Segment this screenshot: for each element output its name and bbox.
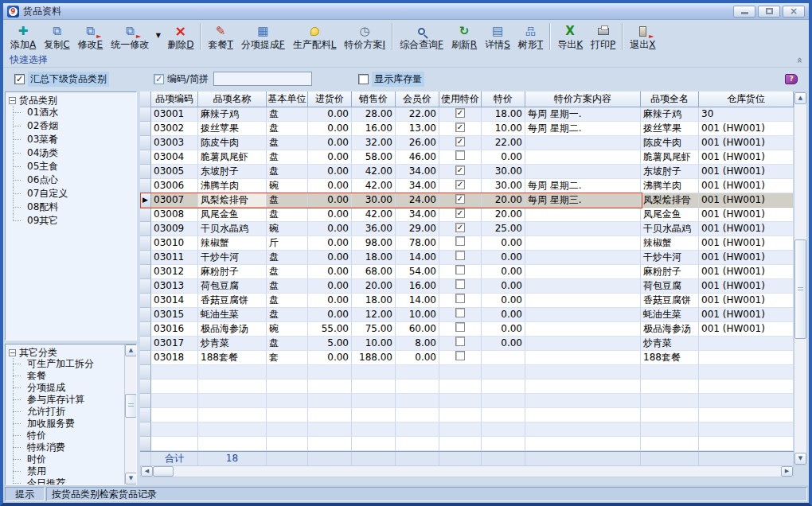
dropdown-arrow-icon[interactable]: ▼ — [153, 21, 163, 49]
other-tree-item[interactable]: 分项提成 — [6, 382, 136, 394]
table-row[interactable]: 03003陈皮牛肉盘0.0032.0026.00✓22.00陈皮牛肉001 (H… — [140, 136, 807, 150]
table-row[interactable]: 03018188套餐套0.00188.000.00188套餐 — [140, 351, 807, 365]
toolbar-comprehensive-query-button[interactable]: 综合查询F — [396, 21, 447, 52]
scroll-thumb[interactable] — [794, 239, 806, 339]
category-tree-item[interactable]: 01酒水 — [6, 106, 136, 119]
table-empty-row[interactable] — [140, 365, 807, 380]
unchecked-checkbox[interactable] — [455, 279, 465, 289]
summarize-checkbox[interactable]: ✓ — [14, 74, 25, 84]
table-row[interactable]: 03013荷包豆腐盘0.0020.0016.000.00荷包豆腐001 (HW0… — [140, 279, 807, 294]
table-row[interactable]: 03002拨丝苹果盘0.0016.0013.00✓10.00每周 星期二.拨丝苹… — [140, 122, 807, 136]
table-row[interactable]: 03016极品海参汤碗55.0075.0060.000.00极品海参汤001 (… — [140, 322, 807, 337]
minimize-button[interactable] — [733, 6, 755, 18]
toolbar-copy-button[interactable]: ⧉复制C — [40, 21, 73, 52]
column-header[interactable]: 销售价 — [352, 91, 396, 107]
column-header[interactable]: 进货价 — [308, 91, 352, 107]
other-tree-item[interactable]: 允许打折 — [6, 406, 136, 418]
other-tree-item[interactable]: 套餐 — [6, 370, 136, 382]
column-header[interactable]: 会员价 — [396, 91, 439, 107]
toolbar-print-button[interactable]: 打印P — [587, 21, 619, 52]
unchecked-checkbox[interactable] — [455, 265, 465, 274]
toolbar-batch-edit-button[interactable]: ⧉►统一修改 — [107, 21, 153, 52]
unchecked-checkbox[interactable] — [455, 351, 465, 360]
category-tree-item[interactable]: 09其它 — [6, 214, 136, 228]
unchecked-checkbox[interactable] — [455, 236, 465, 246]
column-header[interactable]: 品项编码 — [151, 91, 198, 107]
category-tree-item[interactable]: 04汤类 — [6, 146, 136, 160]
category-tree-root[interactable]: −货品类别 — [6, 92, 136, 106]
other-tree-item[interactable]: 特殊消费 — [6, 442, 136, 453]
other-tree-root[interactable]: −其它分类 — [6, 344, 136, 358]
close-button[interactable]: × — [783, 6, 805, 18]
table-empty-row[interactable] — [140, 437, 807, 451]
column-header[interactable]: 特价方案内容 — [525, 91, 641, 107]
scroll-thumb[interactable] — [153, 466, 174, 477]
show-stock-checkbox[interactable] — [358, 74, 369, 84]
table-row[interactable]: 03012麻粉肘子盘0.0068.0054.000.00麻粉肘子001 (HW0… — [140, 265, 807, 279]
scroll-up-icon[interactable]: ▲ — [125, 344, 137, 356]
toolbar-special-price-plan-button[interactable]: ◷特价方案I — [340, 21, 389, 52]
category-tree-item[interactable]: 05主食 — [6, 160, 136, 173]
category-tree-item[interactable]: 06点心 — [6, 173, 136, 187]
toolbar-combo-button[interactable]: ✎套餐T — [204, 21, 236, 52]
table-row[interactable]: 03010辣椒蟹斤0.0098.0078.000.00辣椒蟹001 (HW001… — [140, 236, 807, 251]
maximize-button[interactable] — [758, 6, 780, 18]
unchecked-checkbox[interactable] — [455, 150, 465, 160]
column-header[interactable]: 品项全名 — [641, 91, 699, 107]
unchecked-checkbox[interactable] — [455, 322, 465, 332]
table-row[interactable]: 03011干炒牛河盘0.0018.0014.000.00干炒牛河001 (HW0… — [140, 251, 807, 265]
collapse-toolbar-icon[interactable]: » — [794, 57, 806, 63]
other-tree-item[interactable]: 特价 — [6, 430, 136, 442]
category-tree-item[interactable]: 03菜肴 — [6, 133, 136, 146]
table-vertical-scrollbar[interactable]: ▲ ▼ — [794, 91, 807, 465]
table-row[interactable]: 03004脆薯凤尾虾盘0.0058.0046.000.00脆薯凤尾虾001 (H… — [140, 150, 807, 165]
toolbar-edit-button[interactable]: ⧉►修改E — [74, 21, 107, 52]
other-tree-item[interactable]: 今日推荐 — [6, 477, 136, 485]
code-pinyin-checkbox[interactable]: ✓ — [154, 74, 164, 84]
toolbar-refresh-button[interactable]: ↻刷新R — [447, 21, 481, 52]
toolbar-export-button[interactable]: X导出K — [553, 21, 587, 52]
table-horizontal-scrollbar[interactable]: ◀ ▶ — [140, 465, 794, 477]
table-row[interactable]: 03009干贝水晶鸡碗0.0036.0029.00✓25.00干贝水晶鸡001 … — [140, 222, 807, 236]
help-book-icon[interactable]: ? — [785, 74, 798, 84]
toolbar-delete-button[interactable]: ×删除D — [163, 21, 197, 52]
code-pinyin-input[interactable] — [213, 72, 312, 86]
table-row[interactable]: 03008凤尾金鱼盘0.0042.0034.00✓20.00凤尾金鱼001 (H… — [140, 208, 807, 222]
category-tree-item[interactable]: 02香烟 — [6, 119, 136, 133]
toolbar-details-button[interactable]: ▤详情S — [481, 21, 514, 52]
checked-checkbox[interactable]: ✓ — [455, 223, 465, 232]
toolbar-production-ingredients-button[interactable]: 生产配料L — [289, 21, 341, 52]
toolbar-exit-button[interactable]: ►退出X — [626, 21, 659, 52]
table-empty-row[interactable] — [140, 394, 807, 408]
checked-checkbox[interactable]: ✓ — [455, 137, 465, 146]
table-row[interactable]: 03001麻辣子鸡盘0.0028.0022.00✓18.00每周 星期一.麻辣子… — [140, 107, 807, 122]
checked-checkbox[interactable]: ✓ — [455, 108, 465, 118]
other-tree-item[interactable]: 参与库存计算 — [6, 394, 136, 406]
table-row[interactable]: 03005东坡肘子盘0.0042.0034.00✓30.00东坡肘子001 (H… — [140, 165, 807, 179]
unchecked-checkbox[interactable] — [455, 337, 465, 346]
table-row[interactable]: ▶03007凤梨烩排骨盘0.0030.0024.00✓20.00每周 星期三.凤… — [140, 193, 807, 208]
checked-checkbox[interactable]: ✓ — [455, 165, 465, 175]
other-tree-item[interactable]: 加收服务费 — [6, 418, 136, 430]
table-empty-row[interactable] — [140, 380, 807, 394]
checked-checkbox[interactable]: ✓ — [455, 208, 465, 218]
scroll-thumb[interactable] — [125, 394, 137, 418]
unchecked-checkbox[interactable] — [455, 308, 465, 317]
table-empty-row[interactable] — [140, 408, 807, 422]
unchecked-checkbox[interactable] — [455, 294, 465, 303]
collapse-box-icon[interactable]: − — [9, 97, 16, 104]
other-tree-item[interactable]: 禁用 — [6, 465, 136, 477]
other-tree-item[interactable]: 时价 — [6, 453, 136, 465]
table-row[interactable]: 03014香菇豆腐饼盘0.0018.0014.000.00香菇豆腐饼001 (H… — [140, 294, 807, 308]
table-row[interactable]: 03017炒青菜盘5.0010.008.000.00炒青菜 — [140, 337, 807, 351]
scroll-down-icon[interactable]: ▼ — [794, 453, 806, 465]
collapse-box-icon[interactable]: − — [9, 349, 16, 356]
toolbar-tree-view-button[interactable]: 品树形T — [514, 21, 547, 52]
checked-checkbox[interactable]: ✓ — [455, 180, 465, 189]
column-header[interactable]: 仓库货位 — [699, 91, 794, 107]
scroll-right-icon[interactable]: ▶ — [781, 466, 793, 477]
table-row[interactable]: 03006沸腾羊肉碗0.0042.0034.00✓30.00每周 星期二.沸腾羊… — [140, 179, 807, 193]
unchecked-checkbox[interactable] — [455, 251, 465, 260]
column-header[interactable]: 基本单位 — [267, 91, 308, 107]
scroll-down-icon[interactable]: ▼ — [125, 473, 137, 485]
